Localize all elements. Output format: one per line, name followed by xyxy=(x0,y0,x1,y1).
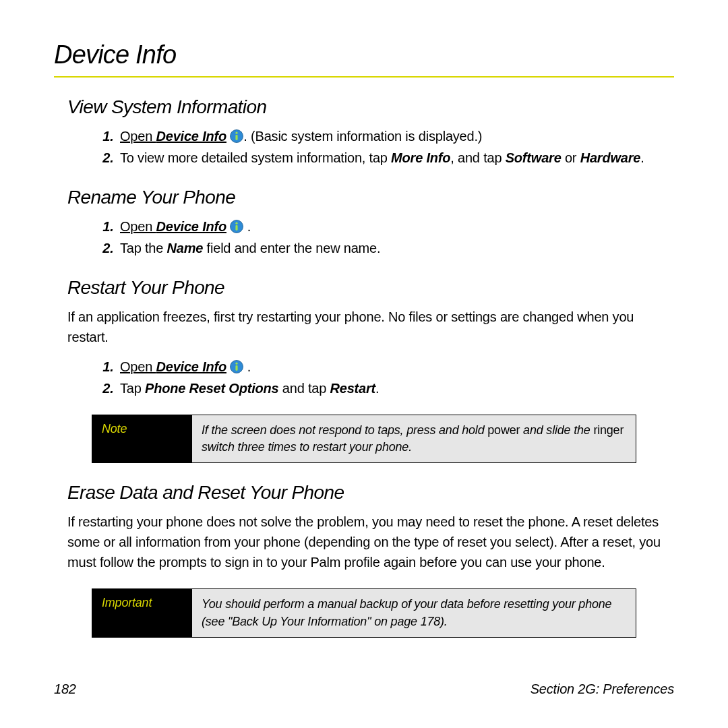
step: Tap Phone Reset Options and tap Restart. xyxy=(117,378,674,398)
section-erase-intro: If restarting your phone does not solve … xyxy=(67,512,661,572)
section-restart-title: Restart Your Phone xyxy=(67,277,674,299)
manual-page: Device Info View System Information Open… xyxy=(0,0,728,728)
note-content: If the screen does not respond to taps, … xyxy=(192,415,636,462)
step: Open Device Info . (Basic system informa… xyxy=(117,126,674,146)
note-callout: Note If the screen does not respond to t… xyxy=(92,415,636,463)
svg-point-1 xyxy=(236,132,238,134)
section-erase-title: Erase Data and Reset Your Phone xyxy=(67,482,674,504)
section-rename-title: Rename Your Phone xyxy=(67,187,674,208)
section-restart-intro: If an application freezes, first try res… xyxy=(67,307,661,347)
steps-view-sys: Open Device Info . (Basic system informa… xyxy=(94,126,674,168)
step: To view more detailed system information… xyxy=(117,148,674,168)
info-icon xyxy=(230,218,243,232)
section-label: Section 2G: Preferences xyxy=(530,681,674,697)
section-view-sys-title: View System Information xyxy=(67,96,674,118)
svg-rect-2 xyxy=(236,135,238,140)
important-content: You should perform a manual backup of yo… xyxy=(192,589,636,636)
important-callout: Important You should perform a manual ba… xyxy=(92,588,636,637)
svg-point-4 xyxy=(236,222,238,224)
heading-rule xyxy=(54,76,674,78)
info-icon xyxy=(230,359,243,372)
page-title: Device Info xyxy=(54,40,674,69)
step: Open Device Info . xyxy=(117,357,674,377)
svg-rect-5 xyxy=(236,225,238,231)
important-label: Important xyxy=(92,589,192,636)
svg-rect-8 xyxy=(236,365,238,371)
steps-restart: Open Device Info . Tap Phone Reset Optio… xyxy=(94,357,674,398)
page-number: 182 xyxy=(54,681,76,697)
open-link[interactable]: Open Device Info xyxy=(120,129,226,144)
page-footer: 182 Section 2G: Preferences xyxy=(54,681,674,697)
open-link[interactable]: Open Device Info xyxy=(120,359,226,374)
open-link[interactable]: Open Device Info xyxy=(120,219,226,234)
step: Open Device Info . xyxy=(117,216,674,237)
step: Tap the Name field and enter the new nam… xyxy=(117,238,674,258)
note-label: Note xyxy=(92,415,192,462)
steps-rename: Open Device Info . Tap the Name field an… xyxy=(94,216,674,258)
info-icon xyxy=(230,128,243,142)
svg-point-7 xyxy=(236,363,238,365)
